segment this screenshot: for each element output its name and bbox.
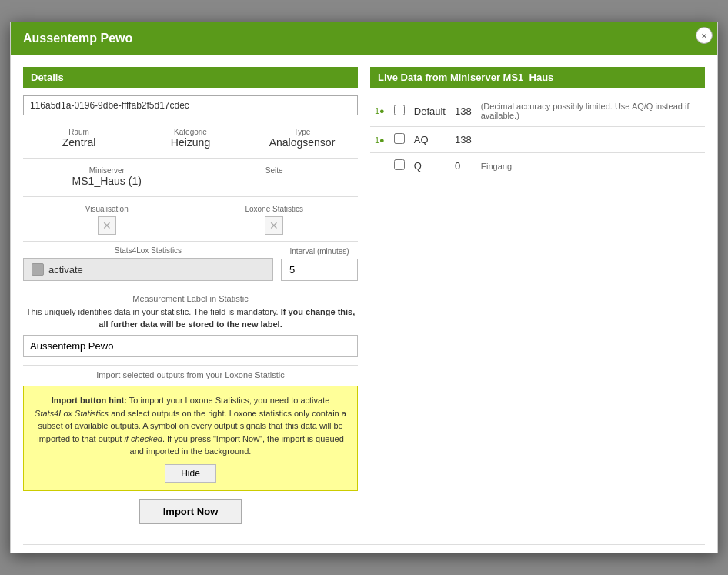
activate-toggle[interactable]: activate: [23, 258, 273, 281]
miniserver-cell: Miniserver MS1_Haus (1): [23, 163, 191, 190]
miniserver-label: Miniserver: [26, 166, 188, 175]
import-section-label: Import selected outputs from your Loxone…: [23, 370, 358, 379]
row-checkbox-cell: [389, 153, 409, 179]
signal-value: 138: [450, 95, 476, 127]
visualisation-x-icon: ✕: [98, 216, 116, 235]
import-section: Import selected outputs from your Loxone…: [23, 370, 358, 524]
row-checkbox-cell: [389, 95, 409, 127]
visualisation-label: Visualisation: [23, 205, 191, 213]
kategorie-cell: Kategorie Heizung: [135, 125, 246, 152]
raum-cell: Raum Zentral: [23, 125, 135, 152]
id-field[interactable]: [23, 95, 358, 115]
server-grid: Miniserver MS1_Haus (1) Seite: [23, 163, 358, 190]
raum-label: Raum: [26, 128, 132, 136]
loxone-stats-x-icon: ✕: [265, 216, 283, 235]
raum-value: Zentral: [62, 136, 96, 149]
import-now-button[interactable]: Import Now: [139, 499, 242, 524]
stats4lox-label: Stats4Lox Statistics: [23, 246, 273, 255]
measure-desc: This uniquely identifies data in your st…: [23, 306, 358, 330]
miniserver-value: MS1_Haus (1): [72, 175, 142, 187]
toggle-dot: [32, 263, 44, 276]
signal-name: Default: [409, 95, 450, 127]
signal-name: AQ: [409, 127, 450, 153]
row-indicator: [370, 153, 389, 179]
row-indicator: 1●: [370, 127, 389, 153]
live-data-title: Live Data from Miniserver MS1_Haus: [378, 72, 553, 83]
info-grid: Raum Zentral Kategorie Heizung Type Anal…: [23, 125, 358, 152]
table-row: Q0Eingang: [370, 153, 705, 179]
type-label: Type: [249, 128, 355, 136]
table-row: 1●Default138(Decimal accuracy possibly l…: [370, 95, 705, 127]
details-header: Details: [23, 67, 358, 88]
seite-cell: Seite: [191, 163, 359, 190]
hint-box: Import button hint: To import your Loxon…: [23, 386, 358, 491]
seite-label: Seite: [194, 166, 356, 175]
row-checkbox[interactable]: [394, 159, 405, 170]
row-indicator: 1●: [370, 95, 389, 127]
vis-grid: Visualisation ✕ Loxone Statistics ✕: [23, 202, 358, 235]
dialog: Aussentemp Pewo × Details Raum Zentral K…: [10, 22, 718, 553]
measure-input[interactable]: [23, 335, 358, 357]
measure-label-title: Measurement Label in Statistic: [23, 294, 358, 303]
live-table: 1●Default138(Decimal accuracy possibly l…: [370, 95, 705, 179]
signal-name: Q: [409, 153, 450, 179]
left-panel: Details Raum Zentral Kategorie Heizung T…: [23, 67, 358, 523]
interval-section: Interval (minutes): [281, 247, 358, 281]
row-checkbox[interactable]: [394, 105, 405, 115]
signal-note: [476, 127, 705, 153]
right-panel: Live Data from Miniserver MS1_Haus 1●Def…: [370, 67, 705, 523]
row-checkbox-cell: [389, 127, 409, 153]
hide-button[interactable]: Hide: [165, 464, 216, 483]
stats-row: Stats4Lox Statistics activate Interval (…: [23, 246, 358, 281]
measure-label-section: Measurement Label in Statistic This uniq…: [23, 294, 358, 357]
loxone-stats-cell: Loxone Statistics ✕: [191, 205, 359, 235]
hint-title: Import button hint: To import your Loxon…: [35, 396, 346, 456]
kategorie-value: Heizung: [171, 136, 210, 149]
table-row: 1●AQ138: [370, 127, 705, 153]
stats4lox-section: Stats4Lox Statistics activate: [23, 246, 273, 281]
visualisation-cell: Visualisation ✕: [23, 205, 191, 235]
dialog-title-bar: Aussentemp Pewo: [11, 22, 717, 55]
type-value: Analogsensor: [269, 136, 336, 149]
row-checkbox[interactable]: [394, 133, 405, 144]
interval-label: Interval (minutes): [281, 247, 358, 256]
dialog-title: Aussentemp Pewo: [23, 32, 132, 45]
activate-text: activate: [48, 264, 83, 276]
live-data-header: Live Data from Miniserver MS1_Haus: [370, 67, 705, 88]
interval-input[interactable]: [281, 259, 358, 281]
signal-value: 0: [450, 153, 476, 179]
signal-note: Eingang: [476, 153, 705, 179]
kategorie-label: Kategorie: [138, 128, 243, 136]
signal-value: 138: [450, 127, 476, 153]
loxone-stats-label: Loxone Statistics: [191, 205, 359, 213]
signal-note: (Decimal accuracy possibly limited. Use …: [476, 95, 705, 127]
type-cell: Type Analogsensor: [246, 125, 358, 152]
dialog-body: Details Raum Zentral Kategorie Heizung T…: [11, 55, 717, 536]
